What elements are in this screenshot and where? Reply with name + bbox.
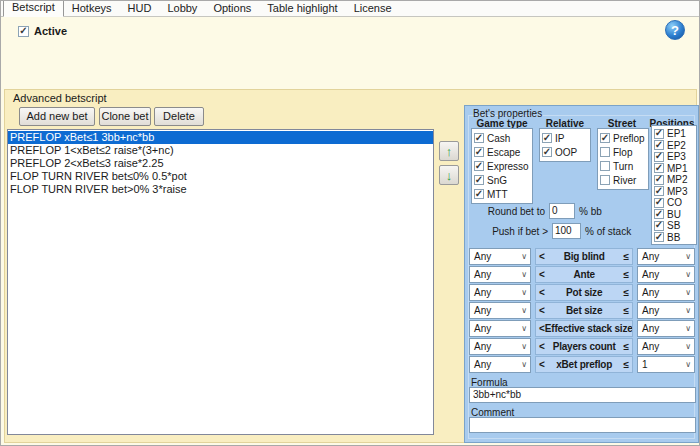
tab-options[interactable]: Options (205, 1, 259, 16)
round-bet-input[interactable]: 0 (549, 203, 575, 219)
street-option[interactable]: ✓Flop (598, 145, 648, 159)
game-type-option[interactable]: ✓Expresso (472, 159, 532, 173)
check-icon: ✓ (475, 161, 483, 171)
checkbox[interactable]: ✓ (600, 133, 610, 143)
bet-list-item[interactable]: PREFLOP 1<xBet≤2 raise*(3+nc) (8, 144, 433, 157)
tab-lobby[interactable]: Lobby (159, 1, 205, 16)
add-new-bet-button[interactable]: Add new bet (19, 107, 95, 126)
ante-range-label: <Ante≤ (535, 266, 633, 283)
checkbox[interactable]: ✓ (654, 175, 664, 185)
tab-table-highlight[interactable]: Table highlight (259, 1, 345, 16)
game-type-option[interactable]: ✓SnG (472, 173, 532, 187)
less-equal-sign: ≤ (624, 305, 633, 316)
position-option[interactable]: ✓EP3 (652, 151, 696, 163)
position-option[interactable]: ✓SB (652, 220, 696, 232)
checkbox[interactable]: ✓ (654, 198, 664, 208)
option-label: MP1 (667, 163, 688, 174)
bet-list-item[interactable]: FLOP TURN RIVER bet>0% 3*raise (8, 183, 433, 196)
big-blind-range-label: <Big blind≤ (535, 248, 633, 265)
move-bet-down-button[interactable]: ↓ (439, 165, 459, 185)
checkbox[interactable]: ✓ (542, 133, 552, 143)
bet-list-item[interactable]: PREFLOP 2<xBet≤3 raise*2.25 (8, 157, 433, 170)
big-blind-max-select[interactable]: Any∨ (637, 248, 695, 265)
up-arrow-icon: ↑ (446, 145, 453, 158)
bet-size-min-select[interactable]: Any∨ (469, 302, 531, 319)
tab-hud[interactable]: HUD (120, 1, 160, 16)
tab-license[interactable]: License (346, 1, 400, 16)
less-than-sign: < (536, 341, 545, 352)
tab-betscript[interactable]: Betscript (3, 0, 64, 17)
option-label: IP (555, 133, 564, 144)
relative-pos-option[interactable]: ✓IP (540, 131, 590, 145)
bet-size-max-select[interactable]: Any∨ (637, 302, 695, 319)
game-type-option[interactable]: ✓MTT (472, 187, 532, 201)
bet-list[interactable]: PREFLOP xBet≤1 3bb+nc*bb PREFLOP 1<xBet≤… (7, 129, 434, 435)
street-option[interactable]: ✓River (598, 173, 648, 187)
players-count-max-select[interactable]: Any∨ (637, 338, 695, 355)
active-toggle[interactable]: ✓ Active (18, 25, 67, 37)
help-button[interactable]: ? (665, 20, 685, 40)
checkbox[interactable]: ✓ (474, 175, 484, 185)
checkbox[interactable]: ✓ (474, 189, 484, 199)
checkbox[interactable]: ✓ (474, 161, 484, 171)
pot-size-max-select[interactable]: Any∨ (637, 284, 695, 301)
xbet-preflop-min-select[interactable]: Any∨ (469, 356, 531, 373)
push-if-bet-input[interactable]: 100 (552, 223, 581, 239)
condition-label: Players count (545, 341, 624, 352)
checkbox[interactable]: ✓ (542, 147, 552, 157)
option-label: OOP (555, 147, 577, 158)
relative-pos-option[interactable]: ✓OOP (540, 145, 590, 159)
bet-list-item[interactable]: PREFLOP xBet≤1 3bb+nc*bb (8, 131, 433, 144)
checkbox[interactable]: ✓ (654, 232, 664, 242)
move-bet-up-button[interactable]: ↑ (439, 141, 459, 161)
checkbox[interactable]: ✓ (600, 161, 610, 171)
active-checkbox[interactable]: ✓ (18, 26, 29, 37)
checkbox[interactable]: ✓ (654, 129, 664, 139)
ante-min-select[interactable]: Any∨ (469, 266, 531, 283)
clone-bet-button[interactable]: Clone bet (99, 107, 151, 126)
street-option[interactable]: ✓Preflop (598, 131, 648, 145)
pot-size-min-select[interactable]: Any∨ (469, 284, 531, 301)
checkbox[interactable]: ✓ (474, 147, 484, 157)
ante-max-select[interactable]: Any∨ (637, 266, 695, 283)
street-list[interactable]: ✓Preflop ✓Flop ✓Turn ✓River (597, 128, 649, 190)
condition-row-pot-size: Any∨ <Pot size≤ Any∨ (465, 284, 700, 301)
formula-input[interactable]: 3bb+nc*bb (469, 387, 696, 403)
bet-list-item[interactable]: FLOP TURN RIVER bet≤0% 0.5*pot (8, 170, 433, 183)
players-count-min-select[interactable]: Any∨ (469, 338, 531, 355)
check-icon: ✓ (543, 133, 551, 143)
big-blind-min-select[interactable]: Any∨ (469, 248, 531, 265)
checkbox[interactable]: ✓ (654, 221, 664, 231)
checkbox[interactable]: ✓ (600, 147, 610, 157)
game-type-list[interactable]: ✓Cash ✓Escape ✓Expresso ✓SnG ✓MTT (471, 128, 533, 204)
checkbox[interactable]: ✓ (654, 186, 664, 196)
effective-stack-max-select[interactable]: Any∨ (637, 320, 695, 337)
effective-stack-min-select[interactable]: Any∨ (469, 320, 531, 337)
position-option[interactable]: ✓BB (652, 232, 696, 244)
tab-hotkeys[interactable]: Hotkeys (64, 1, 120, 16)
checkbox[interactable]: ✓ (474, 133, 484, 143)
chevron-down-icon: ∨ (685, 271, 691, 279)
checkbox[interactable]: ✓ (654, 209, 664, 219)
position-option[interactable]: ✓EP1 (652, 128, 696, 140)
check-icon: ✓ (655, 140, 663, 150)
checkbox[interactable]: ✓ (654, 140, 664, 150)
xbet-preflop-max-select[interactable]: 1∨ (637, 356, 695, 373)
position-option[interactable]: ✓CO (652, 197, 696, 209)
option-label: Flop (613, 147, 632, 158)
positions-list[interactable]: ✓EP1 ✓EP2 ✓EP3 ✓MP1 ✓MP2 ✓MP3 ✓CO ✓BU ✓S… (651, 125, 697, 245)
game-type-option[interactable]: ✓Escape (472, 145, 532, 159)
condition-row-effective-stack: Any∨ <Effective stack size≤ Any∨ (465, 320, 700, 337)
select-value: 1 (642, 359, 648, 370)
street-option[interactable]: ✓Turn (598, 159, 648, 173)
option-label: MP3 (667, 186, 688, 197)
comment-input[interactable] (469, 417, 696, 433)
checkbox[interactable]: ✓ (600, 175, 610, 185)
game-type-option[interactable]: ✓Cash (472, 131, 532, 145)
option-label: BU (667, 209, 681, 220)
delete-bet-button[interactable]: Delete (154, 107, 204, 126)
relative-pos-list[interactable]: ✓IP ✓OOP (539, 128, 591, 162)
checkbox[interactable]: ✓ (654, 152, 664, 162)
checkbox[interactable]: ✓ (654, 163, 664, 173)
position-option[interactable]: ✓MP2 (652, 174, 696, 186)
